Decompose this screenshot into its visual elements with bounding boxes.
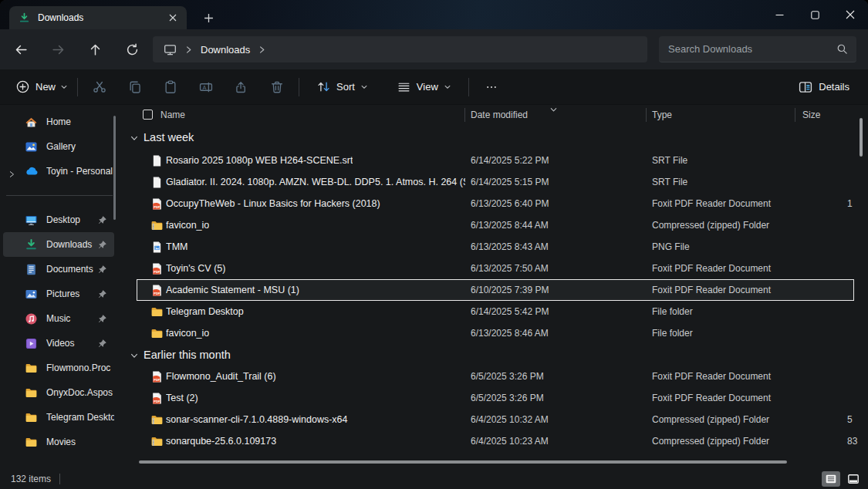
desktop-icon: [25, 213, 39, 227]
file-row[interactable]: PDFFlowmono_Audit_Trail (6)6/5/2025 3:26…: [123, 366, 868, 387]
details-pane-button[interactable]: Details: [792, 74, 856, 100]
rename-icon[interactable]: A: [188, 74, 224, 100]
home-icon: [25, 115, 39, 129]
up-icon[interactable]: [80, 35, 110, 63]
file-date: 6/14/2025 5:42 PM: [471, 306, 549, 317]
file-date: 6/13/2025 8:46 AM: [471, 328, 549, 339]
file-row[interactable]: favicon_io6/13/2025 8:46 AMFile folder: [123, 322, 868, 344]
sidebar-item-telegram-deskto[interactable]: Telegram Deskto: [3, 405, 114, 430]
zip-icon: [150, 219, 163, 231]
file-row[interactable]: PDFTest (2)6/5/2025 3:26 PMFoxit PDF Rea…: [123, 387, 868, 409]
this-pc-icon[interactable]: [164, 43, 177, 56]
details-label: Details: [819, 81, 849, 93]
sort-descending-icon: [549, 105, 558, 116]
search-input[interactable]: [659, 43, 856, 55]
sidebar-item-onyxdoc-aspos[interactable]: OnyxDoc.Aspos: [3, 380, 114, 405]
folder-icon: [25, 361, 39, 375]
file-date: 6/4/2025 10:23 AM: [471, 436, 549, 447]
column-date-modified[interactable]: Date modified: [471, 110, 528, 120]
sidebar-item-movies[interactable]: Movies: [3, 430, 114, 454]
close-icon[interactable]: [833, 0, 868, 29]
file-row[interactable]: Telegram Desktop6/14/2025 5:42 PMFile fo…: [123, 301, 868, 322]
svg-text:PDF: PDF: [154, 400, 160, 403]
sidebar-item-flowmono-proc[interactable]: Flowmono.Proc: [3, 356, 114, 380]
music-icon: [25, 312, 39, 325]
view-button[interactable]: View: [391, 74, 458, 100]
sidebar-item-pictures[interactable]: Pictures: [3, 282, 114, 306]
file-row[interactable]: PDFOccupyTheWeb - Linux Basics for Hacke…: [123, 193, 868, 214]
file-name: Gladiator. II. 2024. 1080p. AMZN. WEB-DL…: [166, 177, 465, 187]
file-row[interactable]: Rosario 2025 1080p WEB H264-SCENE.srt6/1…: [123, 150, 868, 171]
file-type: SRT File: [652, 155, 687, 166]
toolbar-separator: [468, 78, 469, 96]
file-row[interactable]: PDFAcademic Statement - MSU (1)6/10/2025…: [123, 279, 868, 301]
new-icon: [16, 80, 29, 93]
breadcrumb-location[interactable]: Downloads: [201, 44, 250, 56]
search-icon[interactable]: [836, 43, 848, 58]
file-size: 5: [847, 414, 859, 425]
sidebar-item-videos[interactable]: Videos: [3, 331, 114, 356]
sort-button[interactable]: Sort: [311, 74, 374, 100]
file-row[interactable]: sonar-scanner-cli-7.1.0.4889-windows-x64…: [123, 409, 868, 430]
group-label: Earlier this month: [144, 349, 231, 361]
sidebar-item-music[interactable]: Music: [3, 306, 114, 331]
toolbar-separator: [77, 78, 78, 96]
share-icon[interactable]: [224, 74, 259, 100]
refresh-icon[interactable]: [117, 35, 147, 63]
file-name: TMM: [166, 241, 187, 252]
column-type[interactable]: Type: [652, 110, 672, 120]
details-view-toggle[interactable]: [822, 471, 840, 487]
thumbnail-view-toggle[interactable]: [844, 471, 863, 487]
minimize-icon[interactable]: [762, 0, 797, 29]
sidebar-item-toyin-personal[interactable]: Toyin - Personal: [3, 159, 114, 184]
horizontal-scrollbar[interactable]: [139, 460, 787, 464]
chevron-down-icon[interactable]: [130, 133, 139, 143]
chevron-right-icon: [185, 46, 192, 54]
videos-icon: [25, 336, 39, 350]
file-row[interactable]: PDFToyin's CV (5)6/13/2025 7:50 AMFoxit …: [123, 258, 868, 279]
new-button[interactable]: New: [11, 74, 73, 100]
back-icon[interactable]: [6, 35, 35, 63]
column-size[interactable]: Size: [802, 110, 820, 120]
sidebar-item-label: Flowmono.Proc: [46, 363, 114, 373]
folder-icon: [25, 386, 39, 400]
new-tab-icon[interactable]: [199, 9, 218, 26]
chevron-down-icon[interactable]: [130, 351, 139, 360]
forward-icon[interactable]: [43, 35, 73, 63]
sidebar-item-home[interactable]: Home: [3, 110, 114, 134]
breadcrumb[interactable]: Downloads: [153, 36, 647, 62]
file-row[interactable]: TMM6/13/2025 8:43 AMPNG File: [123, 236, 868, 258]
sidebar-item-gallery[interactable]: Gallery: [3, 134, 114, 159]
chevron-right-icon[interactable]: [258, 46, 265, 54]
file-name: Rosario 2025 1080p WEB H264-SCENE.srt: [166, 155, 353, 166]
search-box[interactable]: [659, 36, 856, 62]
copy-icon[interactable]: [117, 74, 153, 100]
file-row[interactable]: favicon_io6/13/2025 8:44 AMCompressed (z…: [123, 214, 868, 236]
paste-icon[interactable]: [153, 74, 188, 100]
sidebar-item-downloads[interactable]: Downloads: [3, 232, 114, 257]
zip-icon: [150, 413, 163, 426]
group-header[interactable]: Earlier this month: [123, 344, 868, 366]
tab-close-icon[interactable]: [165, 10, 181, 25]
file-name: Test (2): [166, 393, 198, 403]
vertical-scrollbar[interactable]: [860, 118, 863, 157]
tab-downloads[interactable]: Downloads: [9, 6, 187, 29]
maximize-icon[interactable]: [797, 0, 833, 29]
file-row[interactable]: sonarqube-25.6.0.1091736/4/2025 10:23 AM…: [123, 430, 868, 452]
column-name[interactable]: Name: [160, 110, 185, 120]
file-row[interactable]: Gladiator. II. 2024. 1080p. AMZN. WEB-DL…: [123, 171, 868, 193]
chevron-right-icon[interactable]: [8, 167, 15, 181]
pictures-icon: [25, 287, 39, 301]
chevron-down-icon: [360, 83, 368, 91]
file-type: Compressed (zipped) Folder: [652, 220, 769, 231]
group-header[interactable]: Last week: [123, 125, 868, 150]
file-date: 6/5/2025 3:26 PM: [471, 393, 544, 403]
more-options-icon[interactable]: [479, 74, 504, 100]
select-all-checkbox[interactable]: [143, 110, 153, 120]
cut-icon[interactable]: [82, 74, 117, 100]
file-type: Foxit PDF Reader Document: [652, 393, 771, 403]
delete-icon[interactable]: [259, 74, 295, 100]
sidebar-item-documents[interactable]: Documents: [3, 257, 114, 282]
sidebar-item-desktop[interactable]: Desktop: [3, 207, 114, 232]
file-date: 6/13/2025 7:50 AM: [471, 263, 549, 274]
